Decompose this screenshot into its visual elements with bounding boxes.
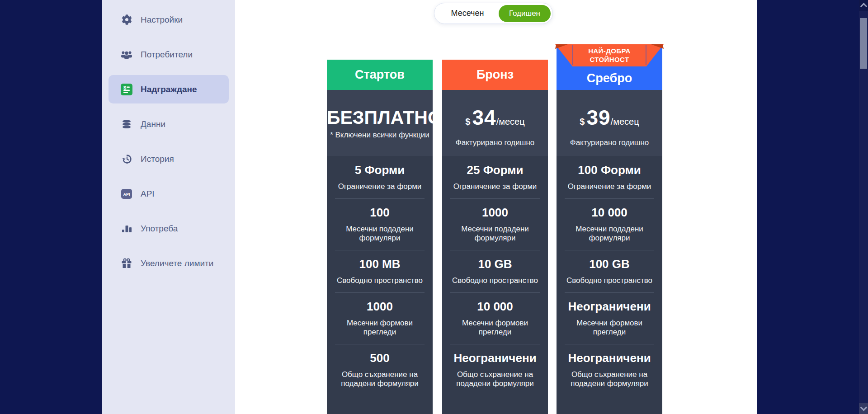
scroll-up-button[interactable] <box>859 0 868 11</box>
sidebar-item-label: Потребители <box>141 50 193 60</box>
sidebar-item-data[interactable]: Данни <box>108 110 229 138</box>
feature-row: 10 GB Свободно пространство <box>442 250 548 292</box>
plan-card-starter: Стартов БЕЗПЛАТНО * Включени всички функ… <box>327 60 433 414</box>
feature-row: 100 Форми Ограничение за форми <box>557 156 662 198</box>
plan-price: $34/месец <box>442 106 548 133</box>
feature-row: 10 000 Месечни подадени формуляри <box>557 198 662 250</box>
sidebar-item-increase-limits[interactable]: Увеличете лимити <box>108 249 229 278</box>
api-icon: API <box>120 188 133 200</box>
sidebar-item-upgrade[interactable]: $ Надграждане <box>108 75 229 104</box>
users-icon <box>120 48 133 61</box>
app-root: Настройки Потребители $ Надграждане Данн… <box>0 0 868 414</box>
monthly-toggle-option[interactable]: Месечен <box>436 9 499 18</box>
feature-row: 100 Месечни подадени формуляри <box>327 198 433 250</box>
database-icon <box>120 118 133 131</box>
sidebar-item-label: Увеличете лимити <box>141 259 213 268</box>
feature-row: 100 GB Свободно пространство <box>557 250 662 292</box>
feature-row: 1000 Месечни формови прегледи <box>327 292 433 344</box>
plan-feature-list: 100 Форми Ограничение за форми 10 000 Ме… <box>557 156 662 414</box>
plan-price-section: $34/месец Фактурирано годишно <box>442 90 548 156</box>
sidebar-item-api[interactable]: API API <box>108 179 229 208</box>
svg-text:API: API <box>123 192 130 197</box>
sidebar-item-label: Надграждане <box>141 85 197 94</box>
plan-price-free: БЕЗПЛАТНО <box>327 106 433 129</box>
sidebar-item-settings[interactable]: Настройки <box>108 5 229 34</box>
chevron-up-icon <box>860 3 867 10</box>
scroll-down-button[interactable] <box>859 403 868 414</box>
feature-row: Неограничени Месечни формови прегледи <box>557 292 662 344</box>
feature-row: 10 000 Месечни формови прегледи <box>442 292 548 344</box>
feature-row: Неограничени Общо съхранение на подадени… <box>557 344 662 395</box>
main-content: Месечен Годишен Стартов БЕЗПЛАТНО * Вклю… <box>235 0 757 414</box>
gift-icon <box>120 257 133 270</box>
gear-icon <box>120 14 133 26</box>
page-scrollbar[interactable] <box>859 0 868 414</box>
plan-header: Стартов <box>327 60 433 90</box>
sidebar: Настройки Потребители $ Надграждане Данн… <box>102 0 235 414</box>
plan-price: $39/месец <box>557 106 662 133</box>
sidebar-item-label: Употреба <box>141 224 178 234</box>
plan-price-note: * Включени всички функции <box>327 131 433 140</box>
sidebar-item-usage[interactable]: Употреба <box>108 214 229 243</box>
best-value-label: НАЙ-ДОБРА СТОЙНОСТ <box>576 44 643 64</box>
plan-price-section: БЕЗПЛАТНО * Включени всички функции <box>327 90 433 156</box>
plan-feature-list: 25 Форми Ограничение за форми 1000 Месеч… <box>442 156 548 414</box>
plan-billing-note: Фактурирано годишно <box>557 138 662 147</box>
plan-card-bronze: Бронз $34/месец Фактурирано годишно 25 Ф… <box>442 60 548 414</box>
feature-row: 100 MB Свободно пространство <box>327 250 433 292</box>
history-icon <box>120 153 133 165</box>
sidebar-item-label: API <box>141 189 155 199</box>
sidebar-item-users[interactable]: Потребители <box>108 40 229 69</box>
plan-card-silver: НАЙ-ДОБРА СТОЙНОСТ Сребро $39/месец Факт… <box>557 47 662 414</box>
plan-price-section: $39/месец Фактурирано годишно <box>557 90 662 156</box>
yearly-toggle-option[interactable]: Годишен <box>499 5 551 22</box>
feature-row: Неограничени Общо съхранение на подадени… <box>442 344 548 395</box>
billing-period-toggle: Месечен Годишен <box>434 3 553 24</box>
svg-text:$: $ <box>123 85 126 90</box>
scrollbar-thumb[interactable] <box>860 18 867 69</box>
sidebar-item-label: Настройки <box>141 15 183 25</box>
plan-billing-note: Фактурирано годишно <box>442 138 548 147</box>
sidebar-item-label: История <box>141 154 174 164</box>
upgrade-invoice-icon: $ <box>120 83 133 96</box>
sidebar-item-label: Данни <box>141 119 165 129</box>
feature-row: 25 Форми Ограничение за форми <box>442 156 548 198</box>
sidebar-item-history[interactable]: История <box>108 145 229 173</box>
plan-feature-list: 5 Форми Ограничение за форми 100 Месечни… <box>327 156 433 414</box>
feature-row: 1000 Месечни подадени формуляри <box>442 198 548 250</box>
feature-row: 500 Общо съхранение на подадени формуляр… <box>327 344 433 395</box>
best-value-ribbon: НАЙ-ДОБРА СТОЙНОСТ <box>555 44 664 67</box>
usage-chart-icon <box>120 222 133 235</box>
plan-header: Бронз <box>442 60 548 90</box>
feature-row: 5 Форми Ограничение за форми <box>327 156 433 198</box>
chevron-down-icon <box>860 404 867 411</box>
